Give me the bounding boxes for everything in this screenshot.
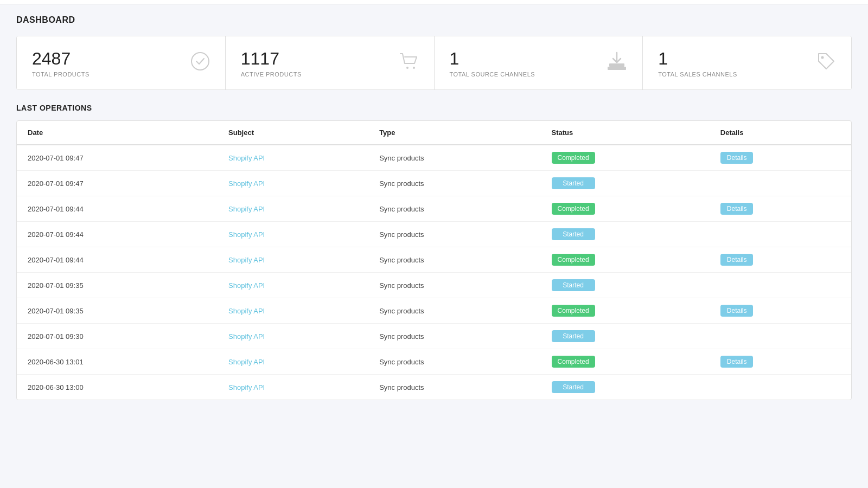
table-row: 2020-07-01 09:47Shopify APISync products… xyxy=(17,171,851,196)
svg-point-5 xyxy=(821,56,824,59)
cell-details[interactable]: Details xyxy=(710,349,851,375)
table-row: 2020-07-01 09:30Shopify APISync products… xyxy=(17,324,851,349)
cell-type: Sync products xyxy=(368,171,540,196)
source-channels-label: TOTAL SOURCE CHANNELS xyxy=(450,71,535,78)
details-button[interactable]: Details xyxy=(720,305,754,317)
cell-subject[interactable]: Shopify API xyxy=(218,247,368,273)
cell-status: Started xyxy=(541,324,710,349)
cell-status: Completed xyxy=(541,145,710,171)
cell-details xyxy=(710,222,851,247)
tag-icon xyxy=(816,52,836,75)
table-row: 2020-07-01 09:44Shopify APISync products… xyxy=(17,196,851,222)
table-header-row: Date Subject Type Status Details xyxy=(17,121,851,145)
cell-date: 2020-07-01 09:44 xyxy=(17,247,218,273)
sales-channels-label: TOTAL SALES CHANNELS xyxy=(658,71,737,78)
cell-date: 2020-07-01 09:44 xyxy=(17,196,218,222)
table-row: 2020-07-01 09:47Shopify APISync products… xyxy=(17,145,851,171)
status-badge: Completed xyxy=(552,305,595,317)
details-button[interactable]: Details xyxy=(720,356,754,368)
cell-subject[interactable]: Shopify API xyxy=(218,171,368,196)
col-header-subject: Subject xyxy=(218,121,368,145)
cell-date: 2020-07-01 09:30 xyxy=(17,324,218,349)
cell-type: Sync products xyxy=(368,349,540,375)
cell-type: Sync products xyxy=(368,298,540,324)
details-button[interactable]: Details xyxy=(720,203,754,215)
col-header-status: Status xyxy=(541,121,710,145)
cell-date: 2020-07-01 09:35 xyxy=(17,298,218,324)
cell-type: Sync products xyxy=(368,375,540,400)
cell-details xyxy=(710,171,851,196)
subject-link[interactable]: Shopify API xyxy=(228,332,265,341)
cell-status: Completed xyxy=(541,247,710,273)
active-products-number: 1117 xyxy=(241,48,302,69)
cell-details[interactable]: Details xyxy=(710,298,851,324)
cell-details[interactable]: Details xyxy=(710,247,851,273)
stat-card-source-channels: 1 TOTAL SOURCE CHANNELS xyxy=(435,36,643,89)
cell-type: Sync products xyxy=(368,273,540,298)
cell-status: Started xyxy=(541,222,710,247)
stat-text-active-products: 1117 ACTIVE PRODUCTS xyxy=(241,48,302,78)
status-badge: Started xyxy=(552,381,595,393)
cell-status: Completed xyxy=(541,349,710,375)
table-row: 2020-06-30 13:01Shopify APISync products… xyxy=(17,349,851,375)
cell-subject[interactable]: Shopify API xyxy=(218,349,368,375)
cell-status: Started xyxy=(541,375,710,400)
status-badge: Completed xyxy=(552,203,595,215)
cell-details xyxy=(710,324,851,349)
cell-date: 2020-06-30 13:00 xyxy=(17,375,218,400)
page-container: DASHBOARD 2487 TOTAL PRODUCTS 1117 ACTIV… xyxy=(0,4,868,411)
check-circle-icon xyxy=(190,52,210,75)
active-products-label: ACTIVE PRODUCTS xyxy=(241,71,302,78)
cell-type: Sync products xyxy=(368,324,540,349)
col-header-date: Date xyxy=(17,121,218,145)
status-badge: Started xyxy=(552,228,595,240)
subject-link[interactable]: Shopify API xyxy=(228,230,265,239)
cell-subject[interactable]: Shopify API xyxy=(218,375,368,400)
cell-subject[interactable]: Shopify API xyxy=(218,273,368,298)
status-badge: Completed xyxy=(552,254,595,266)
table-row: 2020-07-01 09:44Shopify APISync products… xyxy=(17,222,851,247)
cell-subject[interactable]: Shopify API xyxy=(218,324,368,349)
page-title: DASHBOARD xyxy=(16,15,852,25)
cell-subject[interactable]: Shopify API xyxy=(218,222,368,247)
cell-date: 2020-07-01 09:47 xyxy=(17,145,218,171)
cell-status: Started xyxy=(541,171,710,196)
operations-section-title: LAST OPERATIONS xyxy=(16,104,852,112)
stats-row: 2487 TOTAL PRODUCTS 1117 ACTIVE PRODUCTS xyxy=(16,36,852,90)
col-header-type: Type xyxy=(368,121,540,145)
cell-type: Sync products xyxy=(368,222,540,247)
svg-rect-4 xyxy=(609,63,624,67)
stat-card-sales-channels: 1 TOTAL SALES CHANNELS xyxy=(643,36,851,89)
subject-link[interactable]: Shopify API xyxy=(228,358,265,366)
cell-type: Sync products xyxy=(368,196,540,222)
subject-link[interactable]: Shopify API xyxy=(228,154,265,162)
subject-link[interactable]: Shopify API xyxy=(228,179,265,188)
cell-type: Sync products xyxy=(368,145,540,171)
total-products-number: 2487 xyxy=(32,48,90,69)
cell-subject[interactable]: Shopify API xyxy=(218,196,368,222)
subject-link[interactable]: Shopify API xyxy=(228,307,265,315)
subject-link[interactable]: Shopify API xyxy=(228,205,265,213)
top-bar xyxy=(0,0,868,4)
svg-point-2 xyxy=(413,67,415,69)
total-products-label: TOTAL PRODUCTS xyxy=(32,71,90,78)
status-badge: Started xyxy=(552,177,595,189)
cell-details xyxy=(710,375,851,400)
cell-details[interactable]: Details xyxy=(710,196,851,222)
operations-table: Date Subject Type Status Details 2020-07… xyxy=(16,120,852,400)
svg-point-1 xyxy=(406,67,409,69)
cart-icon xyxy=(399,53,419,74)
sales-channels-number: 1 xyxy=(658,48,737,69)
subject-link[interactable]: Shopify API xyxy=(228,281,265,290)
subject-link[interactable]: Shopify API xyxy=(228,256,265,264)
details-button[interactable]: Details xyxy=(720,152,754,164)
cell-subject[interactable]: Shopify API xyxy=(218,298,368,324)
cell-status: Completed xyxy=(541,196,710,222)
details-button[interactable]: Details xyxy=(720,254,754,266)
cell-details[interactable]: Details xyxy=(710,145,851,171)
subject-link[interactable]: Shopify API xyxy=(228,383,265,391)
cell-subject[interactable]: Shopify API xyxy=(218,145,368,171)
svg-point-0 xyxy=(192,53,209,70)
cell-date: 2020-07-01 09:44 xyxy=(17,222,218,247)
stat-card-active-products: 1117 ACTIVE PRODUCTS xyxy=(226,36,435,89)
